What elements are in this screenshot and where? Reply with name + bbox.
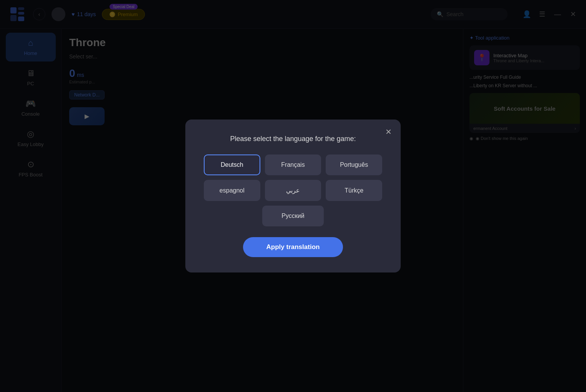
lang-btn-portugues[interactable]: Português bbox=[326, 154, 382, 175]
modal-close-button[interactable]: ✕ bbox=[382, 126, 395, 138]
lang-btn-deutsch[interactable]: Deutsch bbox=[204, 154, 260, 175]
lang-btn-francais[interactable]: Français bbox=[265, 154, 321, 175]
apply-translation-button[interactable]: Apply translation bbox=[243, 237, 343, 257]
modal-title: Please select the language for the game: bbox=[204, 135, 382, 143]
language-selection-modal: ✕ Please select the language for the gam… bbox=[185, 120, 401, 272]
lang-btn-russian[interactable]: Русский bbox=[262, 206, 323, 226]
lang-btn-turkce[interactable]: Türkçe bbox=[326, 180, 382, 201]
modal-overlay: ✕ Please select the language for the gam… bbox=[0, 0, 586, 392]
lang-btn-arabi[interactable]: عربي bbox=[265, 180, 321, 201]
language-row-center: Русский bbox=[204, 206, 382, 226]
lang-btn-espagnol[interactable]: espagnol bbox=[204, 180, 260, 201]
language-grid: Deutsch Français Português espagnol عربي… bbox=[204, 154, 382, 201]
